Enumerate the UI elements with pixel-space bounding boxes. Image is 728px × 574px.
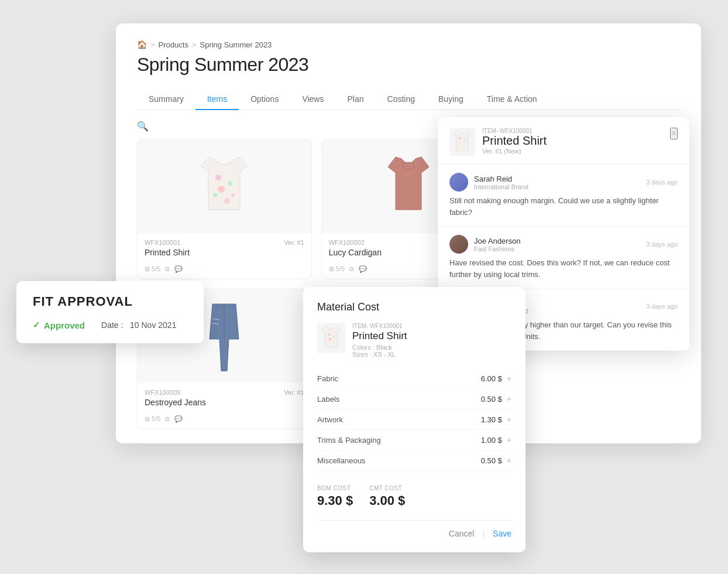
grid-icon: ⊞ 5/5: [145, 415, 160, 423]
svg-line-11: [229, 348, 237, 349]
bom-cost: BOM COST 9.30 $: [317, 485, 353, 508]
comment-user-org: International Brand: [474, 183, 640, 190]
svg-point-5: [224, 198, 230, 204]
comments-header: ITEM- WFX100001 Printed Shirt Ver. #1 (N…: [438, 117, 689, 165]
svg-point-14: [329, 338, 332, 341]
tab-time-action[interactable]: Time & Action: [475, 88, 549, 110]
item-card-meta: WFX100001 Ver. #1: [145, 239, 304, 246]
sizes-label: Sizes :: [352, 351, 372, 358]
cost-add-btn[interactable]: +: [507, 374, 511, 383]
tab-buying[interactable]: Buying: [427, 88, 475, 110]
comment-time: 3 days ago: [646, 179, 678, 186]
cancel-button[interactable]: Cancel: [449, 529, 475, 538]
svg-point-13: [332, 336, 334, 337]
search-icon: 🔍: [137, 121, 149, 132]
item-card-footer: ⊞ 5/5 ⧉ 💬: [138, 412, 311, 429]
date-value: 10 Nov 2021: [130, 320, 176, 330]
comments-product-thumb: [449, 128, 475, 156]
cmt-cost-value: 3.00 $: [369, 493, 405, 508]
item-id: WFX100005: [145, 389, 180, 396]
cost-label: Miscellaneous: [317, 456, 365, 465]
grid-icon: ⊞ 5/5: [145, 265, 160, 273]
comment-item: Joe Anderson Fast Fashions 3 days ago Ha…: [438, 227, 689, 289]
item-card-printed-shirt[interactable]: WFX100001 Ver. #1 Printed Shirt ⊞ 5/5 ⧉ …: [137, 139, 312, 279]
tabs-nav: Summary Items Options Views Plan Costing…: [137, 88, 680, 110]
comment-icon: 💬: [174, 265, 183, 273]
svg-point-1: [228, 181, 232, 186]
item-version: Ver. #1: [284, 239, 304, 246]
approved-label: Approved: [44, 320, 85, 330]
item-card-body: WFX100005 Ver. #1 Destroyed Jeans: [138, 383, 311, 412]
comment-user-name: Joe Anderson: [474, 237, 640, 245]
svg-point-6: [403, 162, 414, 169]
bom-cost-label: BOM COST: [317, 485, 353, 491]
svg-line-10: [212, 323, 219, 324]
grid-icon: ⊞ 5/5: [329, 265, 345, 273]
save-button[interactable]: Save: [493, 529, 511, 538]
avatar: [449, 173, 468, 192]
material-cost-modal: Material Cost ITEM- WFX100001 Printed Sh…: [303, 287, 526, 552]
modal-product-header: ITEM- WFX100001 Printed Shirt Colors : B…: [317, 323, 511, 358]
breadcrumb-current: Spring Summer 2023: [200, 40, 272, 49]
modal-item-name: Printed Shirt: [352, 330, 407, 342]
colors-value: Black: [376, 344, 392, 351]
item-card-name: Destroyed Jeans: [145, 398, 304, 407]
tab-costing[interactable]: Costing: [376, 88, 427, 110]
fit-approval-card: FIT APPROVAL ✓ Approved Date : 10 Nov 20…: [16, 281, 204, 343]
comment-user-info: Joe Anderson Fast Fashions: [474, 237, 640, 252]
comment-time: 3 days ago: [646, 241, 678, 248]
modal-divider: |: [482, 529, 485, 538]
modal-product-thumb: [317, 323, 345, 353]
breadcrumb-products[interactable]: Products: [159, 40, 188, 49]
cmt-cost: CMT COST 3.00 $: [369, 485, 405, 508]
cost-row-right: 1.00 $ +: [481, 435, 511, 445]
tab-plan[interactable]: Plan: [335, 88, 375, 110]
cost-totals: BOM COST 9.30 $ CMT COST 3.00 $: [317, 481, 511, 508]
cost-value: 0.50 $: [481, 395, 502, 404]
item-card-name: Printed Shirt: [145, 248, 304, 257]
item-card-img: [138, 139, 311, 233]
cost-add-btn[interactable]: +: [507, 415, 511, 424]
breadcrumb: 🏠 > Products > Spring Summer 2023: [137, 40, 680, 49]
comment-icon: 💬: [174, 415, 183, 423]
cost-label: Artwork: [317, 415, 343, 424]
comments-item-id: ITEM- WFX100001: [482, 128, 547, 134]
tab-items[interactable]: Items: [195, 88, 239, 110]
comment-user-info: Sarah Reid International Brand: [474, 175, 640, 190]
cost-value: 1.00 $: [481, 436, 502, 445]
modal-item-meta: Colors : Black: [352, 344, 407, 351]
cost-add-btn[interactable]: +: [507, 394, 511, 404]
comment-user-name: Sarah Reid: [474, 175, 640, 183]
breadcrumb-sep2: >: [192, 40, 197, 49]
item-card-body: WFX100001 Ver. #1 Printed Shirt: [138, 233, 311, 262]
home-icon[interactable]: 🏠: [137, 40, 147, 49]
svg-point-0: [215, 175, 221, 180]
cost-add-btn[interactable]: +: [507, 435, 511, 445]
tab-summary[interactable]: Summary: [137, 88, 195, 110]
tab-views[interactable]: Views: [290, 88, 335, 110]
modal-item-id: ITEM- WFX100001: [352, 323, 407, 329]
fit-approval-title: FIT APPROVAL: [33, 294, 187, 309]
cost-value: 6.00 $: [481, 374, 502, 383]
modal-title: Material Cost: [317, 301, 511, 313]
modal-product-info: ITEM- WFX100001 Printed Shirt Colors : B…: [352, 323, 407, 358]
comment-text: Still not making enough margin. Could we…: [449, 195, 678, 218]
cost-row-right: 0.50 $ +: [481, 456, 511, 465]
comment-time: 3 days ago: [646, 303, 678, 310]
bom-cost-value: 9.30 $: [317, 493, 353, 508]
svg-point-15: [459, 137, 461, 139]
comment-text: Have revised the cost. Does this work? I…: [449, 257, 678, 280]
cost-value: 0.50 $: [481, 456, 502, 465]
tab-options[interactable]: Options: [239, 88, 290, 110]
cost-add-btn[interactable]: +: [507, 456, 511, 465]
comment-user-org: Fast Fashions: [474, 245, 640, 252]
svg-point-3: [231, 193, 235, 197]
item-card-footer: ⊞ 5/5 ⧉ 💬: [138, 262, 311, 279]
date-label: Date :: [101, 320, 123, 330]
item-version: Ver. #1: [284, 389, 304, 396]
comments-item-name: Printed Shirt: [482, 134, 547, 148]
copy-icon: ⧉: [349, 265, 354, 273]
check-icon: ✓: [33, 320, 40, 330]
svg-point-16: [463, 140, 465, 142]
close-button[interactable]: ×: [670, 128, 678, 139]
